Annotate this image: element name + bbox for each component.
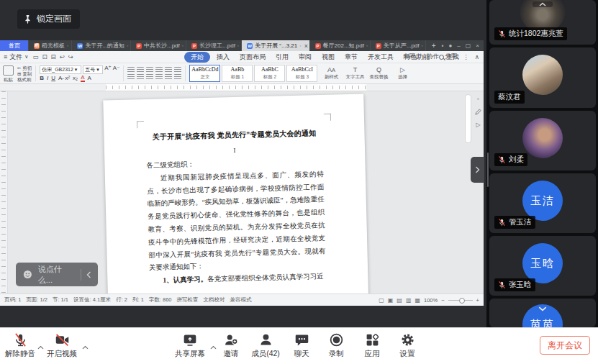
tab-active-document[interactable]: W 关于开展 “...3.21 ◦ × [242, 40, 309, 51]
tab-docer-templates[interactable]: 稻 稻壳模板 ◦ [29, 40, 72, 51]
ribbon-tab-review[interactable]: 审阅 [295, 52, 315, 63]
text-tool-button[interactable]: T 文字工具 [345, 67, 365, 81]
new-style-button[interactable]: AA 新样式 [321, 67, 341, 81]
style-normal[interactable]: AaBbCcDd 正文 [189, 65, 220, 82]
zoom-in-icon[interactable]: + [476, 297, 479, 304]
shrink-font-icon[interactable]: A⁻ [113, 65, 120, 74]
quick-chat-bar[interactable]: 说点什么... [16, 263, 98, 286]
invite-button[interactable]: 邀请 [217, 332, 245, 359]
outdent-icon[interactable] [146, 67, 153, 73]
settings-button[interactable]: 设置 [392, 332, 422, 359]
highlight-button[interactable]: A [88, 76, 91, 81]
panel-icon[interactable]: ▫ [477, 96, 479, 102]
bullet-list-icon[interactable] [127, 67, 135, 73]
proofing-toggle[interactable]: 文档校对 [204, 296, 225, 304]
tab-close-icon[interactable]: × [304, 42, 308, 50]
sidebar-scrollbar[interactable] [487, 153, 489, 187]
vertical-scrollbar[interactable] [465, 94, 471, 143]
superscript-button[interactable]: x² [65, 76, 70, 81]
apps-button[interactable]: 应用 [357, 332, 387, 359]
share-options-chevron[interactable] [210, 340, 217, 352]
participant-tile[interactable]: 茵茵 [489, 299, 596, 327]
save-icon[interactable]: ⊡ [42, 53, 47, 60]
ribbon-tab-page-layout[interactable]: 页面布局 [236, 52, 269, 63]
new-tab-button[interactable]: + [426, 40, 442, 51]
chat-button[interactable]: 聊天 [286, 332, 317, 359]
share-screen-button[interactable]: 共享屏幕 [173, 332, 207, 359]
select-button[interactable]: ▷ 选择 [392, 67, 412, 81]
shading-icon[interactable] [174, 67, 181, 73]
indent-icon[interactable] [155, 67, 163, 73]
horizontal-ruler[interactable] [0, 84, 484, 91]
scroll-down-button[interactable] [532, 306, 553, 312]
document-page[interactable]: 关于开展“抗疫有我 党员先行”专题党员大会的通知 I 各二级党组织： 近期我国新… [103, 94, 368, 294]
style-heading1[interactable]: AaBb 标题 1 [222, 65, 253, 82]
cloud-sync-status[interactable]: 未同步 [403, 53, 422, 61]
file-menu[interactable]: ≡ 文件 ∨ [4, 53, 28, 62]
emoji-icon[interactable] [22, 269, 33, 280]
cooperate-button[interactable]: 协作 [427, 53, 439, 61]
align-left-icon[interactable] [127, 74, 135, 80]
page-view-icon[interactable]: ▣ [388, 297, 394, 304]
style-heading3[interactable]: AaBbCcI 标题 3 [286, 65, 317, 82]
ribbon-tab-insert[interactable]: 插入 [213, 52, 233, 63]
scroll-up-button[interactable] [533, 1, 553, 7]
grow-font-icon[interactable]: A⁺ [104, 65, 112, 74]
tab-home[interactable]: 首页 [0, 40, 29, 51]
participant-tile[interactable]: 刘柔 [489, 111, 596, 170]
font-color-button[interactable]: A [81, 75, 84, 82]
tab-pdf-ligong[interactable]: P 长沙理工...pdf ◦ [186, 40, 242, 51]
start-video-button[interactable]: 开启视频 [45, 332, 79, 359]
paste-button[interactable]: 粘贴 [3, 65, 14, 82]
sidebar-collapse-handle[interactable] [471, 157, 484, 183]
participant-tile[interactable]: 玉洁 管玉洁 [489, 173, 596, 233]
ribbon-tab-view[interactable]: 视图 [318, 52, 338, 63]
zoom-out-icon[interactable]: − [441, 297, 444, 304]
mic-options-chevron[interactable] [37, 340, 44, 352]
strikethrough-button[interactable]: A̶ [58, 76, 62, 81]
font-size-select[interactable]: 五号 ▾ [83, 65, 103, 74]
web-view-icon[interactable]: ▤ [397, 297, 402, 304]
lock-view-button[interactable]: 锁定画面 [17, 9, 80, 29]
record-button[interactable]: 录制 [321, 332, 351, 359]
ribbon-tab-home[interactable]: 开始 [184, 52, 210, 63]
ribbon-tab-references[interactable]: 引用 [272, 52, 292, 63]
chat-input-placeholder[interactable]: 说点什么... [38, 264, 76, 286]
underline-button[interactable]: U [51, 76, 55, 81]
undo-icon[interactable]: ↩ [60, 53, 65, 60]
spell-check-toggle[interactable]: 拼写检查 [177, 296, 199, 304]
tab-pdf-discipline[interactable]: P 关于从严...pdf ◦ [371, 40, 426, 51]
new-doc-icon[interactable]: ▭ [32, 53, 38, 60]
restore-icon[interactable]: ▢ [466, 42, 471, 49]
align-center-icon[interactable] [137, 74, 144, 80]
share-button[interactable]: 分享 [445, 53, 457, 61]
participant-tile[interactable]: 蔡汶君 [489, 47, 596, 108]
italic-button[interactable]: I [47, 76, 48, 81]
justify-icon[interactable] [155, 74, 163, 80]
collapse-ribbon-icon[interactable]: ∧ [475, 53, 479, 60]
style-heading2[interactable]: AaBbC 标题 2 [254, 65, 285, 82]
cut-button[interactable]: ✂ 剪切 [17, 65, 32, 70]
ribbon-tab-section[interactable]: 章节 [341, 52, 361, 63]
participant-tile[interactable]: 统计1802惠兆萱 [489, 0, 596, 45]
minimize-icon[interactable]: – [457, 42, 460, 49]
subscript-button[interactable]: x₂ [73, 76, 78, 81]
video-options-chevron[interactable] [82, 340, 89, 352]
unmute-button[interactable]: 解除静音 [4, 332, 37, 359]
zoom-slider[interactable] [448, 300, 473, 301]
tab-doc-notice[interactable]: W 关于开...的通知 ◦ [72, 40, 131, 51]
find-replace-button[interactable]: Q 查找替换 [368, 67, 389, 81]
eye-protect-icon[interactable]: ▦ [414, 297, 420, 304]
redo-icon[interactable]: ↪ [68, 53, 73, 60]
outline-view-icon[interactable]: ▥ [406, 297, 412, 304]
align-right-icon[interactable] [146, 74, 153, 80]
tab-pdf-changsha[interactable]: P 中共长沙...pdf ◦ [131, 40, 186, 51]
close-window-icon[interactable]: × [476, 42, 479, 49]
members-button[interactable]: 成员(42) [247, 332, 284, 359]
line-spacing-icon[interactable] [165, 67, 172, 73]
collapse-left-icon[interactable] [86, 271, 91, 278]
number-list-icon[interactable] [137, 67, 144, 73]
vertical-ruler[interactable] [0, 91, 8, 294]
more-icon[interactable]: ⋮ [463, 53, 469, 60]
print-icon[interactable]: ⊟ [51, 53, 56, 60]
